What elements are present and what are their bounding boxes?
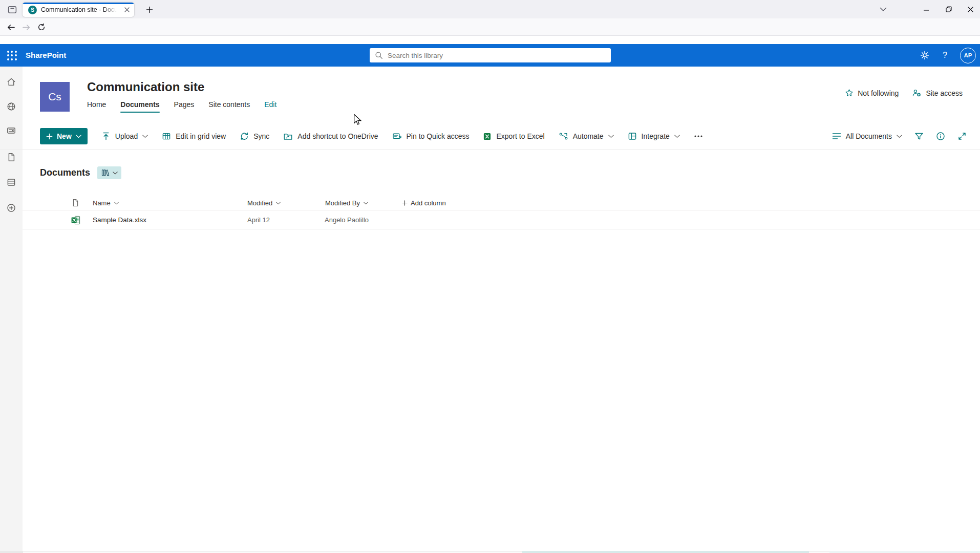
follow-button[interactable]: Not following <box>845 89 899 97</box>
library-view-button[interactable] <box>97 166 121 179</box>
folder-shortcut-icon <box>283 132 293 141</box>
sharepoint-brand[interactable]: SharePoint <box>26 51 66 59</box>
column-header-name[interactable]: Name <box>93 196 119 210</box>
new-button-label: New <box>57 132 72 140</box>
firefox-view-icon[interactable] <box>5 3 19 16</box>
command-bar: New Upload Edit in grid view <box>40 128 967 144</box>
library-heading: Documents <box>40 167 90 178</box>
file-name[interactable]: Sample Data.xlsx <box>93 211 146 229</box>
sharepoint-favicon-icon: S <box>28 6 37 14</box>
site-access-label: Site access <box>926 89 963 97</box>
site-logo[interactable]: Cs <box>40 82 70 112</box>
excel-file-icon <box>71 211 81 229</box>
account-avatar[interactable]: AP <box>960 48 976 63</box>
search-box[interactable] <box>370 48 611 62</box>
list-stack-icon[interactable] <box>6 177 16 187</box>
site-nav: Home Documents Pages Site contents Edit <box>87 100 276 109</box>
filter-icon[interactable] <box>914 132 924 141</box>
tab-close-icon[interactable] <box>124 7 130 13</box>
info-icon[interactable] <box>936 132 945 141</box>
add-column-button[interactable]: Add column <box>402 196 446 210</box>
file-icon[interactable] <box>6 152 16 162</box>
view-selector[interactable]: All Documents <box>832 132 902 140</box>
search-input[interactable] <box>388 52 606 59</box>
back-button[interactable] <box>4 20 17 34</box>
tab-list-chevron-icon[interactable] <box>875 0 892 18</box>
sync-button[interactable]: Sync <box>240 132 269 141</box>
automate-button[interactable]: Automate <box>559 132 614 141</box>
pin-board-icon <box>392 132 402 141</box>
new-tab-button[interactable] <box>143 3 156 16</box>
page-top-gap <box>0 36 980 44</box>
browser-tab-bar: S Communication site - Docume <box>0 0 980 18</box>
more-commands-button[interactable] <box>694 135 703 138</box>
reload-button[interactable] <box>35 20 48 34</box>
search-icon <box>375 51 383 59</box>
help-icon[interactable]: ? <box>943 51 947 60</box>
view-list-icon <box>832 133 841 140</box>
browser-tab[interactable]: S Communication site - Docume <box>23 3 134 17</box>
nav-home[interactable]: Home <box>87 100 106 109</box>
tab-title: Communication site - Docume <box>41 6 117 13</box>
nav-documents[interactable]: Documents <box>120 100 159 109</box>
file-modified: April 12 <box>247 211 270 229</box>
column-header-modified[interactable]: Modified <box>247 196 281 210</box>
upload-button[interactable]: Upload <box>101 132 148 141</box>
nav-pages[interactable]: Pages <box>174 100 195 109</box>
library-page: Cs Communication site Home Documents Pag… <box>23 67 980 551</box>
nav-edit[interactable]: Edit <box>264 100 276 109</box>
integrate-button[interactable]: Integrate <box>628 132 680 141</box>
window-minimize-button[interactable] <box>918 0 935 18</box>
table-row[interactable]: Sample Data.xlsx April 12 Angelo Paolill… <box>23 210 980 229</box>
automate-flow-icon <box>559 132 568 141</box>
expand-icon[interactable] <box>957 132 967 141</box>
file-type-column-icon[interactable] <box>72 196 79 210</box>
follow-label: Not following <box>858 89 899 97</box>
forward-button[interactable] <box>19 20 33 34</box>
library-books-icon <box>101 168 110 177</box>
new-button[interactable]: New <box>40 128 88 144</box>
app-launcher-waffle-icon[interactable] <box>0 44 24 67</box>
chevron-down-icon <box>113 172 118 175</box>
site-title[interactable]: Communication site <box>87 80 204 94</box>
news-icon[interactable] <box>6 125 16 136</box>
view-label: All Documents <box>846 132 892 140</box>
home-icon[interactable] <box>6 77 16 87</box>
excel-icon <box>483 132 492 141</box>
app-rail <box>0 67 23 551</box>
browser-toolbar: https://angelopaolillo.sharepoint.com/Sh… <box>0 18 980 36</box>
people-gear-icon <box>912 89 922 97</box>
upload-icon <box>101 132 111 141</box>
sync-icon <box>240 132 249 141</box>
settings-gear-icon[interactable] <box>920 50 930 60</box>
site-access-button[interactable]: Site access <box>912 89 963 97</box>
toolbar-divider <box>0 149 980 150</box>
window-restore-button[interactable] <box>940 0 957 18</box>
column-header-modified-by[interactable]: Modified By <box>325 196 368 210</box>
nav-site-contents[interactable]: Site contents <box>208 100 250 109</box>
globe-icon[interactable] <box>6 101 16 112</box>
sharepoint-suite-bar: SharePoint ? AP <box>0 44 980 67</box>
tab-accent-line <box>23 3 134 4</box>
table-header: Name Modified Modified By Add column <box>23 196 980 210</box>
file-modified-by: Angelo Paolillo <box>325 211 369 229</box>
edit-grid-view-button[interactable]: Edit in grid view <box>162 132 226 141</box>
star-icon <box>845 89 854 97</box>
integrate-window-icon <box>628 132 637 141</box>
export-excel-button[interactable]: Export to Excel <box>483 132 544 141</box>
add-circle-icon[interactable] <box>6 203 16 213</box>
pin-quick-access-button[interactable]: Pin to Quick access <box>392 132 470 141</box>
grid-table-icon <box>162 132 171 141</box>
bottom-edge <box>0 551 980 553</box>
add-shortcut-onedrive-button[interactable]: Add shortcut to OneDrive <box>283 132 378 141</box>
window-close-button[interactable] <box>962 0 979 18</box>
